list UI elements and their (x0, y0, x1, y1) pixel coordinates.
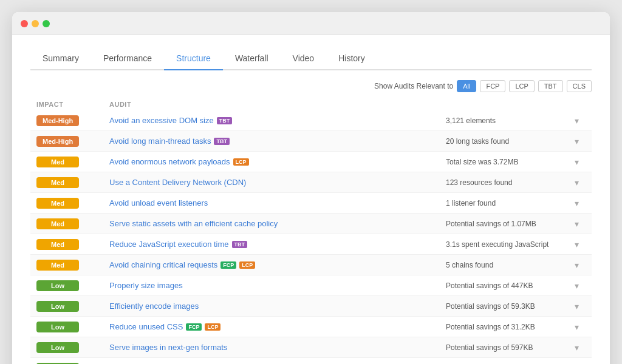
audit-value-cell: 5 chains found (446, 261, 567, 269)
close-icon[interactable] (21, 20, 28, 27)
table-row: MedServe static assets with an efficient… (30, 214, 592, 234)
impact-badge: Med (36, 218, 79, 229)
impact-badge: Low (36, 301, 79, 312)
audit-link[interactable]: Avoid an excessive DOM size (109, 116, 214, 125)
expand-icon[interactable]: ▾ (567, 281, 586, 291)
audit-tag: LCP (205, 323, 220, 331)
col-value (446, 101, 567, 108)
audit-tag: LCP (233, 158, 249, 166)
audit-value-cell: 20 long tasks found (446, 137, 567, 146)
audit-value-cell: Total size was 3.72MB (446, 158, 567, 166)
impact-cell: Low (36, 321, 109, 332)
impact-badge: Med (36, 260, 79, 271)
audit-name-cell: Reduce unused CSSFCPLCP (109, 322, 446, 331)
audit-tag: TBT (217, 117, 233, 124)
impact-cell: Low (36, 300, 109, 312)
audit-tag: LCP (239, 261, 255, 269)
tab-summary[interactable]: Summary (30, 47, 91, 70)
audit-link[interactable]: Reduce unused CSS (109, 322, 183, 331)
audit-value-cell: Potential savings of 597KB (446, 343, 567, 352)
filter-all-button[interactable]: All (457, 80, 476, 92)
audit-link[interactable]: Efficiently encode images (109, 302, 199, 311)
impact-badge: Med-High (36, 115, 79, 126)
audit-table: Med-HighAvoid an excessive DOM sizeTBT3,… (30, 110, 592, 364)
table-row: MedReduce JavaScript execution timeTBT3.… (30, 234, 592, 255)
audit-link[interactable]: Avoid unload event listeners (109, 198, 208, 207)
table-row: LowAvoid serving legacy JavaScript to mo… (30, 358, 592, 364)
audit-link[interactable]: Use a Content Delivery Network (CDN) (109, 178, 246, 187)
filter-fcp-button[interactable]: FCP (480, 80, 505, 92)
tab-waterfall[interactable]: Waterfall (223, 47, 281, 70)
tab-structure[interactable]: Structure (164, 47, 223, 70)
expand-icon[interactable]: ▾ (567, 322, 586, 332)
expand-icon[interactable]: ▾ (567, 219, 586, 229)
audit-name-cell: Efficiently encode images (109, 302, 446, 311)
table-row: LowProperly size imagesPotential savings… (30, 275, 592, 296)
audit-value-cell: Potential savings of 31.2KB (446, 323, 567, 331)
col-impact: IMPACT (36, 101, 109, 108)
col-expand (567, 101, 586, 108)
impact-cell: Med-High (36, 115, 109, 126)
titlebar (12, 12, 610, 35)
audit-link[interactable]: Avoid enormous network payloads (109, 157, 230, 166)
audit-value-cell: 123 resources found (446, 178, 567, 187)
table-row: MedAvoid unload event listeners1 listene… (30, 193, 592, 214)
expand-icon[interactable]: ▾ (567, 136, 586, 146)
minimize-icon[interactable] (32, 20, 39, 27)
table-row: MedUse a Content Delivery Network (CDN)1… (30, 172, 592, 193)
main-window: Summary Performance Structure Waterfall … (12, 12, 610, 364)
maximize-icon[interactable] (43, 20, 50, 27)
impact-cell: Med (36, 259, 109, 271)
audit-value-cell: 1 listener found (446, 199, 567, 207)
impact-badge: Med (36, 157, 79, 167)
audit-link[interactable]: Properly size images (109, 281, 183, 290)
expand-icon[interactable]: ▾ (567, 240, 586, 249)
col-audit: AUDIT (109, 101, 446, 108)
audit-name-cell: Serve static assets with an efficient ca… (109, 219, 446, 228)
impact-cell: Low (36, 280, 109, 291)
filter-tbt-button[interactable]: TBT (538, 80, 563, 92)
expand-icon[interactable]: ▾ (567, 116, 586, 126)
audit-tag: FCP (186, 323, 202, 331)
tab-bar: Summary Performance Structure Waterfall … (30, 47, 592, 70)
tab-history[interactable]: History (326, 47, 377, 70)
audit-link[interactable]: Serve images in next-gen formats (109, 343, 227, 352)
table-header: IMPACT AUDIT (30, 98, 592, 110)
filter-lcp-button[interactable]: LCP (509, 80, 534, 92)
audit-value-cell: 3.1s spent executing JavaScript (446, 240, 567, 249)
table-row: Med-HighAvoid long main-thread tasksTBT2… (30, 131, 592, 152)
expand-icon[interactable]: ▾ (567, 260, 586, 270)
table-row: LowServe images in next-gen formatsPoten… (30, 337, 592, 358)
audit-name-cell: Serve images in next-gen formats (109, 343, 446, 352)
audit-link[interactable]: Avoid chaining critical requests (109, 260, 217, 269)
audit-link[interactable]: Serve static assets with an efficient ca… (109, 219, 278, 228)
audit-name-cell: Avoid long main-thread tasksTBT (109, 136, 446, 146)
table-row: MedAvoid enormous network payloadsLCPTot… (30, 152, 592, 172)
tab-performance[interactable]: Performance (91, 47, 164, 70)
audit-link[interactable]: Reduce JavaScript execution time (109, 240, 229, 249)
audit-name-cell: Avoid an excessive DOM sizeTBT (109, 116, 446, 125)
table-row: LowReduce unused CSSFCPLCPPotential savi… (30, 317, 592, 337)
main-content: Summary Performance Structure Waterfall … (12, 35, 610, 364)
impact-badge: Low (36, 322, 79, 332)
expand-icon[interactable]: ▾ (567, 157, 586, 167)
filter-cls-button[interactable]: CLS (567, 80, 592, 92)
filter-bar: Show Audits Relevant to All FCP LCP TBT … (30, 80, 592, 92)
impact-cell: Med (36, 238, 109, 250)
expand-icon[interactable]: ▾ (567, 178, 586, 187)
impact-cell: Med (36, 218, 109, 229)
audit-tag: FCP (220, 261, 236, 269)
audit-name-cell: Avoid unload event listeners (109, 198, 446, 207)
table-row: LowEfficiently encode imagesPotential sa… (30, 296, 592, 317)
audit-link[interactable]: Avoid long main-thread tasks (109, 136, 211, 146)
impact-cell: Med (36, 197, 109, 209)
impact-badge: Med (36, 198, 79, 209)
audit-value-cell: Potential savings of 447KB (446, 281, 567, 290)
traffic-lights (21, 20, 50, 27)
impact-badge: Med (36, 177, 79, 188)
audit-name-cell: Properly size images (109, 281, 446, 290)
expand-icon[interactable]: ▾ (567, 343, 586, 352)
tab-video[interactable]: Video (281, 47, 327, 70)
expand-icon[interactable]: ▾ (567, 198, 586, 208)
expand-icon[interactable]: ▾ (567, 302, 586, 311)
